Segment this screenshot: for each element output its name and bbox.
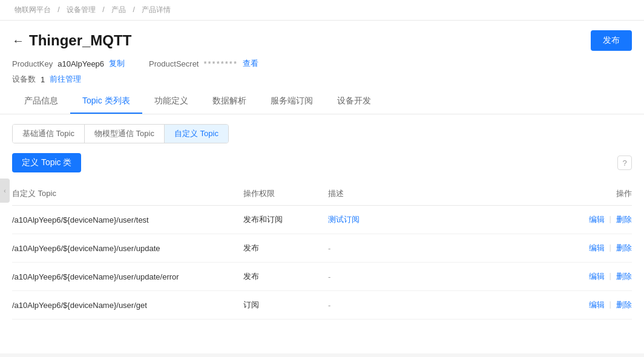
sub-tabs: 基础通信 Topic 物模型通信 Topic 自定义 Topic — [12, 124, 229, 143]
row1-permission: 发布和订阅 — [243, 214, 328, 225]
tab-topic-list[interactable]: Topic 类列表 — [70, 90, 142, 114]
table-row: /a10AlpYeep6/${deviceName}/user/get 订阅 -… — [12, 291, 632, 319]
table-header: 自定义 Topic 操作权限 描述 操作 — [12, 182, 632, 206]
product-secret-value: ******** — [203, 59, 237, 68]
row3-desc: - — [328, 272, 559, 281]
table-row: /a10AlpYeep6/${deviceName}/user/test 发布和… — [12, 206, 632, 234]
col-header-desc: 描述 — [328, 188, 559, 199]
breadcrumb-item-1[interactable]: 物联网平台 — [15, 5, 51, 14]
row3-topic: /a10AlpYeep6/${deviceName}/user/update/e… — [12, 272, 243, 281]
product-secret-label: ProductSecret — [149, 59, 199, 68]
tab-data-parse[interactable]: 数据解析 — [200, 90, 258, 114]
breadcrumb-item-4: 产品详情 — [142, 5, 171, 14]
row2-desc: - — [328, 244, 559, 253]
breadcrumb-sep-1: / — [58, 5, 62, 14]
row3-delete-link[interactable]: 删除 — [616, 271, 632, 282]
breadcrumb-sep-2: / — [102, 5, 107, 14]
back-button[interactable]: ← — [12, 34, 24, 48]
manage-link[interactable]: 前往管理 — [50, 74, 81, 85]
breadcrumb-item-3[interactable]: 产品 — [111, 5, 126, 14]
col-header-permission: 操作权限 — [243, 188, 328, 199]
view-secret-link[interactable]: 查看 — [243, 58, 258, 69]
breadcrumb: 物联网平台 / 设备管理 / 产品 / 产品详情 — [0, 0, 644, 21]
device-count-label: 设备数 — [12, 74, 36, 85]
nav-tabs: 产品信息 Topic 类列表 功能定义 数据解析 服务端订阅 设备开发 — [12, 90, 632, 114]
publish-button[interactable]: 发布 — [591, 30, 632, 51]
product-key-value: a10AlpYeep6 — [58, 59, 104, 68]
tab-function-definition[interactable]: 功能定义 — [142, 90, 200, 114]
row2-permission: 发布 — [243, 243, 328, 254]
breadcrumb-sep-3: / — [133, 5, 137, 14]
col-header-action: 操作 — [559, 188, 632, 199]
row4-edit-link[interactable]: 编辑 — [589, 300, 605, 310]
row4-topic: /a10AlpYeep6/${deviceName}/user/get — [12, 301, 243, 310]
tab-server-subscribe[interactable]: 服务端订阅 — [258, 90, 325, 114]
row3-permission: 发布 — [243, 271, 328, 282]
row1-desc: 测试订阅 — [328, 214, 559, 225]
copy-link[interactable]: 复制 — [109, 58, 125, 69]
scroll-left-hint[interactable]: ‹ — [0, 178, 10, 203]
row4-delete-link[interactable]: 删除 — [616, 300, 632, 310]
row2-delete-link[interactable]: 删除 — [616, 243, 632, 254]
row1-delete-link[interactable]: 删除 — [616, 214, 632, 225]
device-count-value: 1 — [41, 75, 45, 84]
table-row: /a10AlpYeep6/${deviceName}/user/update/e… — [12, 263, 632, 291]
product-key-label: ProductKey — [12, 59, 53, 68]
toolbar: 定义 Topic 类 ? — [12, 153, 632, 172]
subtab-custom-topic[interactable]: 自定义 Topic — [165, 125, 228, 143]
subtab-basic-topic[interactable]: 基础通信 Topic — [13, 125, 85, 143]
topic-table: 自定义 Topic 操作权限 描述 操作 /a10AlpYeep6/${devi… — [12, 182, 632, 319]
breadcrumb-item-2[interactable]: 设备管理 — [67, 5, 96, 14]
table-row: /a10AlpYeep6/${deviceName}/user/update 发… — [12, 234, 632, 263]
row1-edit-link[interactable]: 编辑 — [589, 214, 605, 225]
row2-edit-link[interactable]: 编辑 — [589, 243, 605, 254]
row2-topic: /a10AlpYeep6/${deviceName}/user/update — [12, 244, 243, 253]
row1-topic: /a10AlpYeep6/${deviceName}/user/test — [12, 215, 243, 224]
row4-desc: - — [328, 301, 559, 310]
tab-product-info[interactable]: 产品信息 — [12, 90, 70, 114]
row3-edit-link[interactable]: 编辑 — [589, 271, 605, 282]
col-header-topic: 自定义 Topic — [12, 188, 243, 199]
subtab-model-topic[interactable]: 物模型通信 Topic — [85, 125, 165, 143]
help-button[interactable]: ? — [617, 156, 632, 170]
row4-permission: 订阅 — [243, 300, 328, 310]
tab-device-develop[interactable]: 设备开发 — [325, 90, 383, 114]
define-topic-button[interactable]: 定义 Topic 类 — [12, 153, 81, 172]
page-title: Thinger_MQTT — [29, 32, 131, 49]
